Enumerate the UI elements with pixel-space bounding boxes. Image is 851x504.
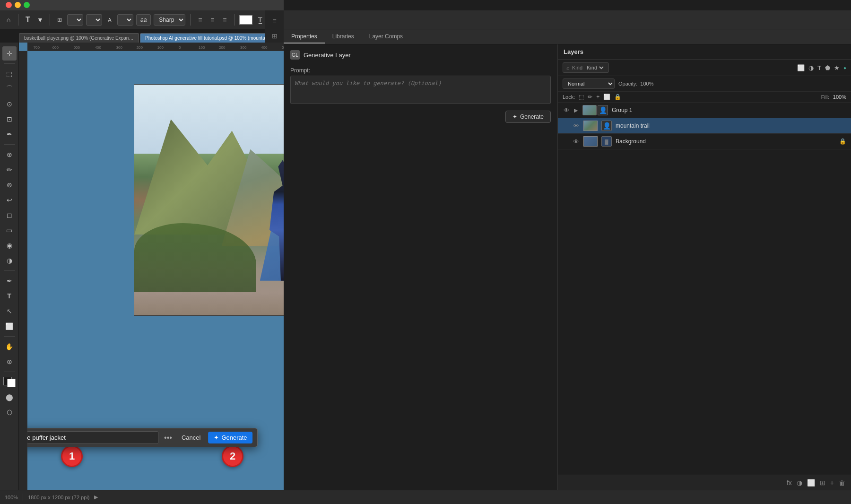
fx-icon[interactable]: fx bbox=[787, 479, 792, 487]
font-size-select[interactable]: 32 pt bbox=[117, 14, 133, 26]
fill-value[interactable]: 100% bbox=[833, 94, 846, 100]
move-tool[interactable]: ✛ bbox=[2, 46, 17, 61]
delete-layer-icon[interactable]: 🗑 bbox=[839, 479, 845, 487]
background-mask: ▓ bbox=[601, 136, 612, 147]
foreground-background-colors[interactable] bbox=[3, 377, 16, 387]
layers-icon[interactable]: ⊞ bbox=[268, 29, 281, 43]
group-arrow[interactable]: ▶ bbox=[574, 107, 578, 113]
maximize-button[interactable] bbox=[24, 2, 30, 8]
text-options-icon[interactable]: ▼ bbox=[35, 15, 45, 25]
type-filter-icon[interactable]: T bbox=[817, 64, 821, 71]
tab-libraries[interactable]: Libraries bbox=[325, 30, 362, 43]
quick-select-tool[interactable]: ⊙ bbox=[2, 97, 17, 111]
zoom-tool[interactable]: ⊕ bbox=[2, 355, 17, 369]
pen-tool[interactable]: ✒ bbox=[2, 274, 17, 288]
eraser-tool[interactable]: ◻ bbox=[2, 208, 17, 222]
smart-filter-icon[interactable]: ★ bbox=[834, 64, 840, 71]
marquee-tool[interactable]: ⬚ bbox=[2, 67, 17, 81]
sky bbox=[134, 85, 284, 154]
layer-background[interactable]: 👁 ▓ Background 🔒 bbox=[558, 134, 851, 149]
visibility-eye-group[interactable]: 👁 bbox=[563, 106, 570, 114]
group-icon[interactable]: ⊞ bbox=[820, 479, 825, 487]
text-tool-icon[interactable]: T bbox=[23, 15, 33, 25]
layer-icon[interactable]: ⊞ bbox=[55, 15, 64, 25]
anti-alias-btn[interactable]: aa bbox=[136, 14, 151, 26]
layers-filter[interactable]: ⌕ Kind Kind bbox=[563, 62, 609, 73]
mask-icon[interactable]: ⬜ bbox=[807, 479, 815, 487]
lasso-tool[interactable]: ⌒ bbox=[2, 82, 17, 96]
prompt-input[interactable] bbox=[290, 76, 551, 104]
filter-kind-label: Kind bbox=[572, 65, 582, 70]
font-family-select[interactable]: Lato bbox=[67, 14, 83, 26]
sharp-select[interactable]: Sharp bbox=[154, 14, 185, 26]
align-right-icon[interactable]: ≡ bbox=[220, 15, 229, 25]
text-color-box[interactable] bbox=[239, 15, 252, 25]
visibility-eye-background[interactable]: 👁 bbox=[572, 138, 580, 145]
cancel-button[interactable]: Cancel bbox=[178, 432, 204, 443]
shape-tool[interactable]: ⬜ bbox=[2, 319, 17, 333]
gen-fill-input[interactable] bbox=[27, 431, 158, 444]
tab-properties[interactable]: Properties bbox=[284, 30, 325, 43]
crop-tool[interactable]: ⊡ bbox=[2, 112, 17, 126]
font-style-select[interactable]: Regular bbox=[86, 14, 102, 26]
hand-tool[interactable]: ✋ bbox=[2, 339, 17, 354]
lock-image-icon[interactable]: ✏ bbox=[588, 94, 592, 100]
gradient-tool[interactable]: ▭ bbox=[2, 223, 17, 237]
brush-tool[interactable]: ✏ bbox=[2, 163, 17, 177]
lock-transparent-icon[interactable]: ⬚ bbox=[579, 94, 584, 100]
opacity-value[interactable]: 100% bbox=[640, 81, 653, 87]
home-icon[interactable]: ⌂ bbox=[4, 15, 13, 25]
dodge-tool[interactable]: ◑ bbox=[2, 253, 17, 268]
warp-text-icon[interactable]: T̲ bbox=[255, 15, 265, 25]
screen-mode[interactable]: ⬡ bbox=[2, 405, 17, 419]
adjustment-filter-icon[interactable]: ◑ bbox=[808, 64, 814, 71]
generate-button[interactable]: ✦ Generate bbox=[208, 432, 252, 443]
new-layer-icon[interactable]: + bbox=[830, 479, 834, 487]
heal-tool[interactable]: ⊕ bbox=[2, 148, 17, 162]
adjustment-icon[interactable]: ◑ bbox=[797, 479, 802, 487]
blur-tool[interactable]: ◉ bbox=[2, 238, 17, 252]
eyedropper-tool[interactable]: ✒ bbox=[2, 127, 17, 141]
align-center-icon[interactable]: ≡ bbox=[208, 15, 217, 25]
quick-mask-mode[interactable]: ⬤ bbox=[2, 390, 17, 404]
window-controls[interactable] bbox=[6, 2, 30, 8]
visibility-eye-mountain[interactable]: 👁 bbox=[572, 122, 580, 130]
properties-icon[interactable]: ≡ bbox=[268, 14, 281, 27]
blend-mode-select[interactable]: Normal bbox=[563, 78, 615, 89]
filter-select[interactable]: Kind bbox=[585, 64, 605, 71]
sep1 bbox=[18, 14, 18, 26]
properties-generate-button[interactable]: ✦ Generate bbox=[505, 111, 551, 123]
history-brush-tool[interactable]: ↩ bbox=[2, 193, 17, 207]
lock-all-icon[interactable]: 🔒 bbox=[614, 94, 621, 100]
path-select-tool[interactable]: ↖ bbox=[2, 304, 17, 318]
active-filter-dot[interactable]: ● bbox=[843, 65, 846, 70]
pixel-filter-icon[interactable]: ⬜ bbox=[797, 64, 805, 71]
layers-toolbar: ⌕ Kind Kind ⬜ ◑ T ⬟ ★ ● bbox=[558, 60, 851, 76]
dimensions-arrow[interactable]: ▶ bbox=[94, 494, 98, 500]
close-button[interactable] bbox=[6, 2, 12, 8]
layer-mountain-trail[interactable]: 👁 👤 mountain trail bbox=[558, 118, 851, 134]
text-tool[interactable]: T bbox=[2, 289, 17, 303]
step-badge-2: 2 bbox=[222, 445, 243, 467]
tool-sep1 bbox=[4, 63, 15, 64]
gen-fill-options[interactable]: ••• bbox=[162, 433, 174, 443]
step-badge-1: 1 bbox=[61, 445, 83, 467]
zoom-level[interactable]: 100% bbox=[5, 495, 18, 500]
right-panel: Properties Libraries Layer Comps GL Gene… bbox=[284, 0, 851, 504]
tool-sep2 bbox=[4, 144, 15, 145]
clone-tool[interactable]: ⊚ bbox=[2, 178, 17, 192]
tools-panel: ✛ ⬚ ⌒ ⊙ ⊡ ✒ ⊕ ✏ ⊚ ↩ ◻ ▭ ◉ ◑ ✒ T ↖ ⬜ ✋ ⊕ … bbox=[0, 43, 19, 490]
layer-group-1[interactable]: 👁 ▶ 👤 Group 1 bbox=[558, 103, 851, 118]
layers-bottom-bar: fx ◑ ⬜ ⊞ + 🗑 bbox=[558, 475, 851, 490]
tab-basketball[interactable]: basketball player.png @ 100% (Generative… bbox=[19, 33, 139, 43]
lock-artboard-icon[interactable]: ⬜ bbox=[603, 94, 610, 100]
minimize-button[interactable] bbox=[15, 2, 21, 8]
tab-mountain-trail[interactable]: Photoshop AI generative fill tutorial.ps… bbox=[140, 33, 279, 43]
document-tabs: basketball player.png @ 100% (Generative… bbox=[19, 29, 279, 43]
align-left-icon[interactable]: ≡ bbox=[195, 15, 205, 25]
tab-layer-comps[interactable]: Layer Comps bbox=[362, 30, 410, 43]
shape-filter-icon[interactable]: ⬟ bbox=[825, 64, 830, 71]
svg-text:-600: -600 bbox=[51, 45, 59, 50]
group-1-name: Group 1 bbox=[612, 107, 846, 113]
lock-position-icon[interactable]: + bbox=[596, 94, 599, 100]
